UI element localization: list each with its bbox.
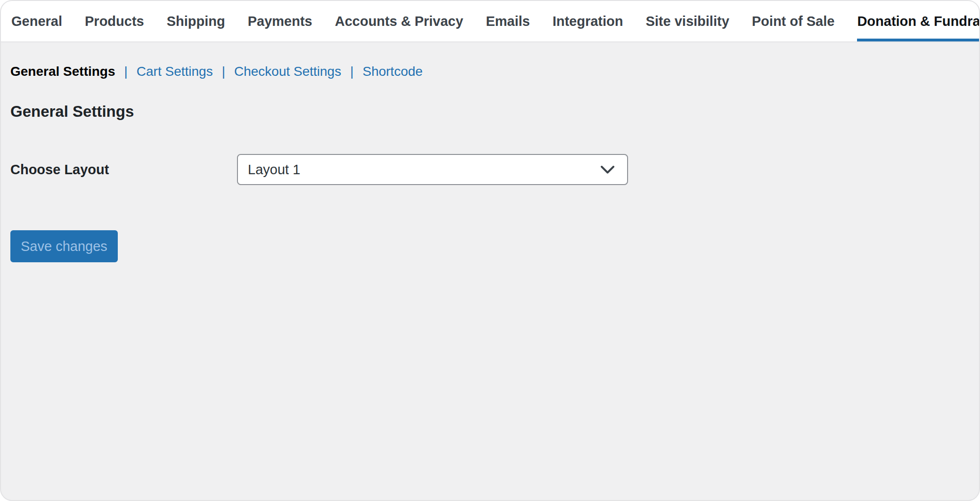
tab-general[interactable]: General [11, 1, 62, 41]
page-title: General Settings [10, 102, 960, 121]
settings-tab-bar: General Products Shipping Payments Accou… [1, 1, 979, 42]
tab-site-visibility[interactable]: Site visibility [645, 1, 729, 41]
settings-window: General Products Shipping Payments Accou… [0, 0, 980, 501]
tab-emails[interactable]: Emails [486, 1, 530, 41]
tab-shipping[interactable]: Shipping [167, 1, 225, 41]
tab-accounts-privacy[interactable]: Accounts & Privacy [335, 1, 463, 41]
choose-layout-row: Choose Layout Layout 1 [10, 154, 960, 185]
subnav-shortcode[interactable]: Shortcode [362, 64, 423, 80]
tab-payments[interactable]: Payments [248, 1, 312, 41]
chevron-down-icon [600, 165, 615, 174]
tab-point-of-sale[interactable]: Point of Sale [752, 1, 835, 41]
subnav-separator: | [124, 64, 128, 80]
subnav-separator: | [350, 64, 353, 80]
subnav: General Settings | Cart Settings | Check… [10, 64, 960, 80]
tab-products[interactable]: Products [85, 1, 144, 41]
choose-layout-label: Choose Layout [10, 162, 237, 178]
tab-donation-fundraising[interactable]: Donation & Fundraising [857, 1, 980, 41]
subnav-checkout-settings[interactable]: Checkout Settings [234, 64, 341, 80]
layout-select-value: Layout 1 [248, 162, 300, 178]
settings-content: General Settings | Cart Settings | Check… [1, 42, 979, 262]
subnav-cart-settings[interactable]: Cart Settings [137, 64, 213, 80]
save-changes-button[interactable]: Save changes [10, 230, 118, 262]
subnav-separator: | [222, 64, 225, 80]
tab-integration[interactable]: Integration [553, 1, 623, 41]
layout-select[interactable]: Layout 1 [237, 154, 628, 185]
subnav-general-settings[interactable]: General Settings [10, 64, 115, 80]
